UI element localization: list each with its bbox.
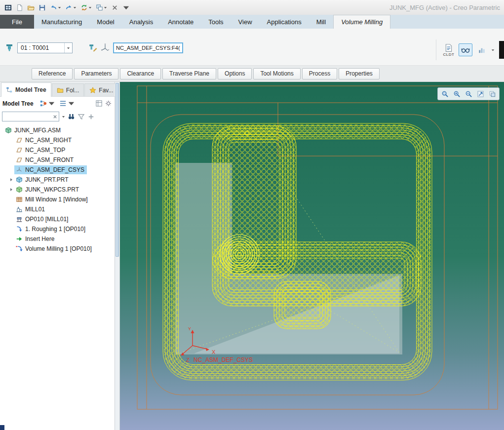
window-switch-button[interactable] bbox=[94, 2, 109, 13]
ribbon-tab-applications[interactable]: Applications bbox=[260, 15, 309, 29]
csys-collector[interactable]: NC_ASM_DEF_CSYS:F4( bbox=[113, 42, 183, 53]
regenerate-button[interactable] bbox=[79, 2, 93, 13]
dashboard-tab-tool-motions[interactable]: Tool Motions bbox=[253, 68, 300, 79]
chevron-down-icon[interactable] bbox=[64, 43, 72, 53]
ribbon-tab-model[interactable]: Model bbox=[89, 15, 121, 29]
3d-scene[interactable]: X Y Z NC_ASM_DEF_CSYS bbox=[120, 82, 504, 430]
app-button[interactable] bbox=[3, 2, 13, 13]
chevron-down-icon[interactable] bbox=[62, 115, 65, 118]
navigator-tab-model-tree[interactable]: Model Tree bbox=[1, 82, 51, 97]
undo-icon bbox=[50, 4, 57, 11]
tree-item[interactable]: NC_ASM_FRONT bbox=[0, 155, 115, 165]
add-icon[interactable] bbox=[87, 113, 95, 120]
chevron-down-icon[interactable] bbox=[491, 48, 495, 52]
dashboard-tab-properties[interactable]: Properties bbox=[339, 68, 380, 79]
tree-item[interactable]: 1. Roughing 1 [OP010] bbox=[0, 224, 115, 234]
in-graphics-toolbar bbox=[437, 87, 500, 100]
zoom-region-button[interactable] bbox=[439, 89, 450, 99]
saved-views-button[interactable] bbox=[487, 89, 498, 99]
navigator-tab-fol[interactable]: Fol... bbox=[52, 83, 84, 96]
part-green-icon bbox=[15, 186, 23, 194]
dashboard-tab-traverse-plane[interactable]: Traverse Plane bbox=[162, 68, 216, 79]
simulate-button[interactable] bbox=[475, 43, 489, 56]
tree-tools-icon bbox=[39, 100, 47, 107]
tree-item[interactable]: NC_ASM_TOP bbox=[0, 145, 115, 155]
chevron-down-icon bbox=[104, 6, 107, 9]
ribbon-tab-annotate[interactable]: Annotate bbox=[160, 15, 201, 29]
display-toolpath-button[interactable] bbox=[459, 43, 472, 56]
dashboard-tab-process[interactable]: Process bbox=[302, 68, 337, 79]
ribbon-tab-volume-milling[interactable]: Volume Milling bbox=[333, 15, 390, 29]
redo-icon bbox=[65, 4, 73, 11]
redo-button[interactable] bbox=[64, 2, 78, 13]
title-bar: JUNK_MFG (Active) - Creo Parametric bbox=[0, 0, 504, 15]
ribbon-tab-tools[interactable]: Tools bbox=[201, 15, 231, 29]
tool-edit-icon[interactable] bbox=[88, 43, 97, 52]
scrollbar-thumb[interactable] bbox=[116, 83, 119, 257]
volume-milling-icon bbox=[15, 245, 23, 253]
customize-button[interactable] bbox=[121, 2, 131, 13]
tree-columns-button[interactable] bbox=[58, 99, 76, 108]
tree-item[interactable]: JUNK_MFG.ASM bbox=[0, 125, 115, 135]
expand-arrow-icon[interactable] bbox=[8, 178, 14, 182]
navigator-tab-fav[interactable]: Fav... bbox=[84, 83, 118, 96]
ribbon-tab-manufacturing[interactable]: Manufacturing bbox=[34, 15, 89, 29]
find-icon[interactable] bbox=[68, 113, 75, 120]
tree-search-box[interactable] bbox=[2, 112, 59, 121]
tree-columns-icon bbox=[59, 100, 67, 107]
tree-scrollbar[interactable] bbox=[115, 82, 120, 430]
tree-item[interactable]: Mill Window 1 [Window] bbox=[0, 195, 115, 204]
tree-item[interactable]: MILL01 bbox=[0, 204, 115, 214]
dashboard-tab-parameters[interactable]: Parameters bbox=[74, 68, 118, 79]
tree-item[interactable]: Volume Milling 1 [OP010] bbox=[0, 244, 115, 254]
tree-settings-icon[interactable] bbox=[105, 100, 112, 107]
tree-item[interactable]: JUNK_PRT.PRT bbox=[0, 175, 115, 185]
tree-item[interactable]: NC_ASM_DEF_CSYS bbox=[0, 165, 115, 175]
chevron-down-icon bbox=[58, 6, 61, 9]
chevron-down-icon bbox=[48, 100, 55, 107]
zoom-out-button[interactable] bbox=[463, 89, 474, 99]
ribbon-tab-file[interactable]: File bbox=[0, 15, 34, 29]
navigator-tab-label: Model Tree bbox=[15, 86, 46, 93]
close-window-button[interactable] bbox=[110, 2, 120, 13]
tree-item[interactable]: NC_ASM_RIGHT bbox=[0, 135, 115, 145]
quick-access-toolbar bbox=[3, 2, 131, 13]
tool-selector[interactable]: 01 : T0001 bbox=[17, 42, 73, 53]
ribbon-tab-mill[interactable]: Mill bbox=[309, 15, 334, 29]
tree-item[interactable]: Insert Here bbox=[0, 234, 115, 244]
undo-button[interactable] bbox=[48, 2, 63, 13]
tree-item[interactable]: JUNK_WKPCS.PRT bbox=[0, 185, 115, 195]
clipped-side-panel bbox=[499, 41, 504, 59]
zoom-in-button[interactable] bbox=[451, 89, 462, 99]
csys-pick-icon[interactable] bbox=[101, 43, 110, 52]
dashboard-tab-reference[interactable]: Reference bbox=[32, 68, 73, 79]
ribbon-tab-view[interactable]: View bbox=[231, 15, 260, 29]
tree-item-label: Insert Here bbox=[25, 235, 56, 242]
ribbon-tab-analysis[interactable]: Analysis bbox=[122, 15, 160, 29]
filter-icon[interactable] bbox=[78, 113, 85, 120]
tree-item-label: JUNK_MFG.ASM bbox=[14, 127, 62, 134]
tree-filters-button[interactable] bbox=[39, 99, 56, 108]
dashboard-tab-options[interactable]: Options bbox=[218, 68, 252, 79]
graphics-area[interactable]: X Y Z NC_ASM_DEF_CSYS bbox=[120, 82, 504, 430]
customize-icon bbox=[122, 4, 130, 11]
csys-collector-value: NC_ASM_DEF_CSYS:F4( bbox=[116, 45, 180, 51]
tree-item-label: NC_ASM_TOP bbox=[25, 147, 67, 154]
display-options-icon[interactable] bbox=[95, 100, 103, 107]
cl-data-button[interactable]: CLDT bbox=[441, 43, 456, 57]
refit-button[interactable] bbox=[475, 89, 486, 99]
search-input[interactable] bbox=[4, 113, 52, 120]
tree-item-label: Mill Window 1 [Window] bbox=[25, 196, 89, 203]
assembly-icon bbox=[4, 126, 12, 134]
open-button[interactable] bbox=[26, 2, 36, 13]
dashboard-tab-clearance[interactable]: Clearance bbox=[120, 68, 161, 79]
save-button[interactable] bbox=[37, 2, 47, 13]
expand-arrow-icon[interactable] bbox=[8, 188, 14, 192]
workcenter-icon bbox=[15, 205, 23, 213]
clear-icon[interactable] bbox=[53, 115, 57, 119]
tree-item[interactable]: OP010 [MILL01] bbox=[0, 214, 115, 224]
main-area: Model TreeFol...Fav... Model Tree bbox=[0, 82, 504, 430]
new-file-button[interactable] bbox=[14, 2, 25, 13]
csys-label: NC_ASM_DEF_CSYS bbox=[194, 356, 253, 363]
part-blue-icon bbox=[15, 176, 23, 184]
